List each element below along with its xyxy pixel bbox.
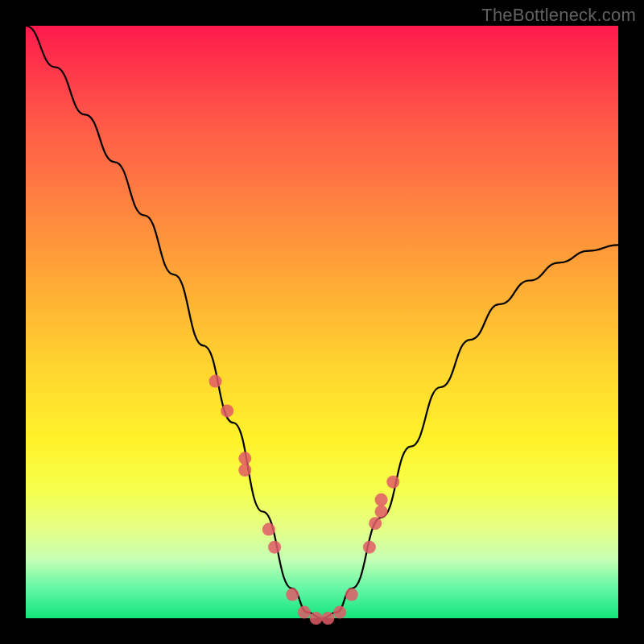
marker-dot [363, 541, 376, 554]
marker-dot [262, 523, 275, 536]
watermark-text: TheBottleneck.com [481, 5, 636, 26]
curve-svg [26, 26, 618, 618]
marker-dot [286, 588, 299, 601]
marker-dot [310, 612, 323, 625]
marker-dot [375, 506, 388, 518]
marker-dot [333, 606, 346, 619]
marker-dot [238, 464, 251, 477]
marker-dot [298, 606, 311, 619]
marker-dot [369, 517, 382, 530]
marker-group [209, 375, 400, 625]
marker-dot [209, 375, 222, 388]
plot-area [26, 26, 618, 618]
marker-dot [268, 541, 281, 554]
chart-frame: TheBottleneck.com [0, 0, 644, 644]
marker-dot [321, 612, 334, 625]
marker-dot [386, 476, 399, 489]
marker-dot [238, 452, 251, 464]
marker-dot [345, 588, 358, 601]
bottleneck-curve [26, 26, 618, 618]
marker-dot [221, 404, 233, 417]
marker-dot [375, 493, 388, 506]
